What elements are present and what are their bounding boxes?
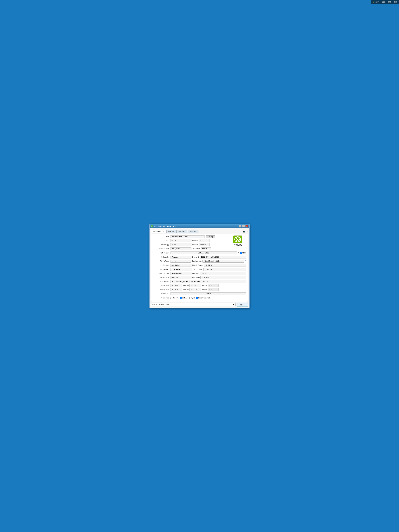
defclock-label: Default Clock: [153, 289, 170, 291]
gpu-label: GPU: [153, 240, 170, 242]
dc-label: DirectCompute 5.0: [198, 297, 211, 299]
close-button[interactable]: Close: [237, 303, 248, 307]
memory-label-1: Memory: [182, 285, 190, 287]
memory-field-1: 891 MHz: [190, 284, 201, 287]
info-panel: NVIDIA Name NVIDIA GeForce GT 640 Lookup…: [151, 234, 248, 302]
memsize-field: 4096 MB: [170, 276, 191, 279]
release-row: Release Date Jun 4, 2012 Transistors 130…: [153, 247, 246, 251]
gpuclock-field: 797 MHz: [170, 284, 182, 287]
lookup-button[interactable]: Lookup: [206, 235, 215, 238]
computing-row: Computing OpenCL CUDA PhysX: [153, 296, 246, 300]
tab-sensors[interactable]: Sensors: [166, 230, 176, 233]
driver-label: Driver Version: [153, 281, 170, 283]
driver-field: 10.18.13.5582 (ForceWare 355.82) WHQL / …: [170, 280, 246, 283]
share-icon[interactable]: ↗: [238, 252, 239, 254]
cuda-checkbox[interactable]: [180, 297, 182, 299]
info-rows: NVIDIA Name NVIDIA GeForce GT 640 Lookup…: [153, 235, 246, 300]
trans-field: 1300M: [201, 247, 211, 250]
taskbar-item-4[interactable]: 设置: [394, 1, 397, 3]
close-window-button[interactable]: ✕: [245, 225, 248, 228]
dx-label: DirectX Support: [191, 264, 204, 266]
window-title: TechPowerUp GPU-Z 2.4.0: [154, 225, 239, 227]
release-label: Release Date: [153, 248, 170, 250]
computing-label: Computing: [153, 297, 170, 299]
sli-field: Disabled: [170, 292, 246, 295]
app-icon: Z: [151, 225, 153, 228]
memsize-row: Memory Size 4096 MB Bandwidth 28.5 GB/s: [153, 276, 246, 279]
subvendor-label: Subvendor: [153, 256, 170, 258]
buswidth-field: 128 Bit: [200, 272, 246, 275]
tech-field: 28 nm: [170, 243, 191, 246]
uefi-checkbox-area: UEFI: [240, 252, 246, 254]
driver-row: Driver Version 10.18.13.5582 (ForceWare …: [153, 280, 246, 283]
shaders-label: Shaders: [153, 264, 170, 266]
deviceid-label: Device ID: [191, 256, 200, 258]
pixel-field: 12.8 GPixel/s: [170, 268, 191, 271]
tab-icon-area: 📷 ≡: [243, 230, 248, 233]
gpuclock-row: GPU Clock 797 MHz Memory 891 MHz Shader …: [153, 284, 246, 287]
busif-help-icon[interactable]: ?: [245, 260, 246, 262]
revision-field: A2: [199, 239, 210, 242]
bandwidth-field: 28.5 GB/s: [200, 276, 246, 279]
busif-field: PCle x16 1.1 @ x16 1.1: [203, 260, 244, 263]
gpu-select-value: NVIDIA GeForce GT 640: [152, 304, 170, 306]
pixel-row: Pixel Fillrate 12.8 GPixel/s Texture Fil…: [153, 268, 246, 271]
die-field: 118 mm²: [199, 243, 209, 246]
dc-item: DirectCompute 5.0: [196, 297, 211, 299]
buswidth-label: Bus Width: [191, 272, 200, 274]
uefi-label: UEFI: [242, 252, 246, 254]
rops-label: ROPs/TMUs: [153, 260, 170, 262]
gpu-field: GK107: [170, 239, 191, 242]
shaders-row: Shaders 384 Unified DirectX Support 12 (…: [153, 264, 246, 267]
memtype-row: Memory Type DDR3 (Micron) Bus Width 128 …: [153, 272, 246, 275]
dc-checkbox[interactable]: [196, 297, 198, 299]
opencl-checkbox[interactable]: [170, 297, 172, 299]
subvendor-field: Unknown: [170, 256, 191, 259]
gpuz-window: Z TechPowerUp GPU-Z 2.4.0 − □ ✕ Graphics…: [149, 224, 250, 308]
bios-label: BIOS Version: [153, 252, 170, 254]
taskbar-item-3[interactable]: 恢复: [388, 1, 391, 3]
minimize-button[interactable]: −: [239, 225, 241, 228]
taskbar-item-1[interactable]: ⚡ 查杀: [373, 1, 379, 3]
shaders-field: 384 Unified: [170, 264, 191, 267]
menu-icon[interactable]: ≡: [247, 230, 248, 233]
shader-field-2: N/A: [208, 288, 219, 291]
name-row: Name NVIDIA GeForce GT 640 Lookup: [153, 235, 246, 238]
uefi-checkbox[interactable]: [240, 252, 242, 254]
gpu-select[interactable]: NVIDIA GeForce GT 640 ▼: [151, 303, 235, 306]
physx-item: PhysX: [188, 297, 195, 299]
memtype-label: Memory Type: [153, 272, 170, 274]
taskbar-item-2[interactable]: 鉴定: [382, 1, 385, 3]
tab-advanced[interactable]: Advanced: [176, 230, 187, 233]
nvidia-shield-icon: [233, 235, 242, 243]
camera-icon[interactable]: 📷: [243, 230, 246, 233]
svg-point-3: [237, 239, 238, 240]
gpu-row: GPU GK107 Revision A2: [153, 239, 246, 242]
taskbar-top: ⚡ 查杀 鉴定 恢复 设置: [371, 0, 399, 4]
cuda-label: CUDA: [182, 297, 187, 299]
memory-field-2: 891 MHz: [190, 288, 201, 291]
name-field: NVIDIA GeForce GT 640: [170, 235, 205, 238]
nvidia-brand-text: NVIDIA: [234, 243, 242, 246]
physx-label: PhysX: [190, 297, 195, 299]
rops-field: 16 / 32: [170, 260, 191, 263]
cuda-item: CUDA: [180, 297, 187, 299]
rops-row: ROPs/TMUs 16 / 32 Bus Interface PCle x16…: [153, 260, 246, 263]
memtype-field: DDR3 (Micron): [170, 272, 191, 275]
physx-checkbox[interactable]: [188, 297, 190, 299]
revision-label: Revision: [191, 240, 199, 242]
maximize-button[interactable]: □: [242, 225, 245, 228]
tab-validation[interactable]: Validation: [188, 230, 198, 233]
name-label: Name: [153, 236, 170, 238]
die-label: Die Size: [191, 244, 199, 246]
opencl-item: OpenCL: [170, 297, 178, 299]
window-content: Graphics Card Sensors Advanced Validatio…: [150, 228, 249, 308]
sli-row: NVIDIA SLI Disabled: [153, 292, 246, 296]
bios-field: 80.07.AB.00.06: [170, 252, 237, 254]
dx-field: 12 (11_0): [204, 264, 246, 267]
tab-graphics-card[interactable]: Graphics Card: [151, 230, 166, 233]
sli-label: NVIDIA SLI: [153, 293, 170, 295]
tab-bar: Graphics Card Sensors Advanced Validatio…: [151, 230, 248, 233]
tex-field: 25.5 GTexel/s: [203, 268, 246, 271]
release-field: Jun 4, 2012: [170, 247, 191, 250]
